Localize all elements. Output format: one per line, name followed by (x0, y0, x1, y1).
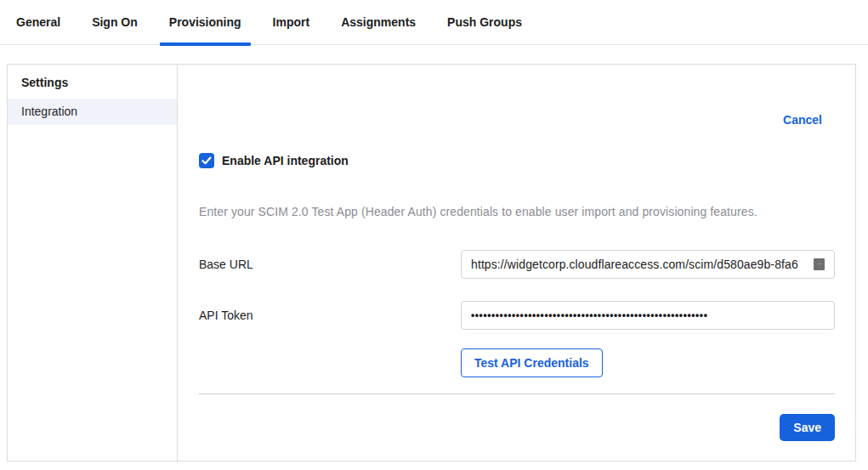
base-url-input[interactable]: https://widgetcorp.cloudflareaccess.com/… (461, 250, 835, 279)
form-divider (199, 394, 835, 394)
api-token-input[interactable]: ••••••••••••••••••••••••••••••••••••••••… (461, 301, 835, 330)
enable-api-integration-row: Enable API integration (199, 153, 835, 168)
api-token-label: API Token (199, 309, 461, 322)
tab-general[interactable]: General (16, 0, 60, 45)
enable-api-integration-checkbox[interactable] (199, 153, 214, 168)
save-row: Save (199, 414, 835, 441)
base-url-field-row: Base URL https://widgetcorp.cloudflareac… (199, 250, 835, 279)
base-url-value: https://widgetcorp.cloudflareaccess.com/… (471, 258, 814, 271)
save-button[interactable]: Save (780, 414, 835, 441)
settings-sidebar: Settings Integration (8, 65, 178, 461)
cancel-row: Cancel (199, 112, 835, 127)
text-selection-block: ·· (814, 258, 825, 270)
sidebar-item-integration[interactable]: Integration (8, 99, 177, 125)
checkmark-icon (201, 156, 212, 165)
sidebar-header: Settings (8, 65, 177, 99)
test-api-credentials-button[interactable]: Test API Credentials (461, 348, 603, 377)
tab-provisioning[interactable]: Provisioning (169, 0, 241, 45)
tab-push-groups[interactable]: Push Groups (447, 0, 522, 45)
cancel-button[interactable]: Cancel (783, 113, 822, 127)
enable-api-integration-label: Enable API integration (222, 154, 349, 167)
base-url-label: Base URL (199, 258, 461, 271)
app-tab-bar: General Sign On Provisioning Import Assi… (0, 0, 868, 45)
tab-import[interactable]: Import (273, 0, 310, 45)
test-credentials-row: Test API Credentials (199, 348, 835, 377)
provisioning-panel: Settings Integration Cancel Enable API i… (7, 64, 856, 462)
tab-assignments[interactable]: Assignments (341, 0, 416, 45)
tab-sign-on[interactable]: Sign On (92, 0, 138, 45)
api-token-masked-value: ••••••••••••••••••••••••••••••••••••••••… (471, 309, 707, 321)
credentials-description: Enter your SCIM 2.0 Test App (Header Aut… (199, 205, 835, 218)
integration-settings-form: Cancel Enable API integration Enter your… (178, 65, 855, 461)
api-token-field-row: API Token ••••••••••••••••••••••••••••••… (199, 301, 835, 330)
